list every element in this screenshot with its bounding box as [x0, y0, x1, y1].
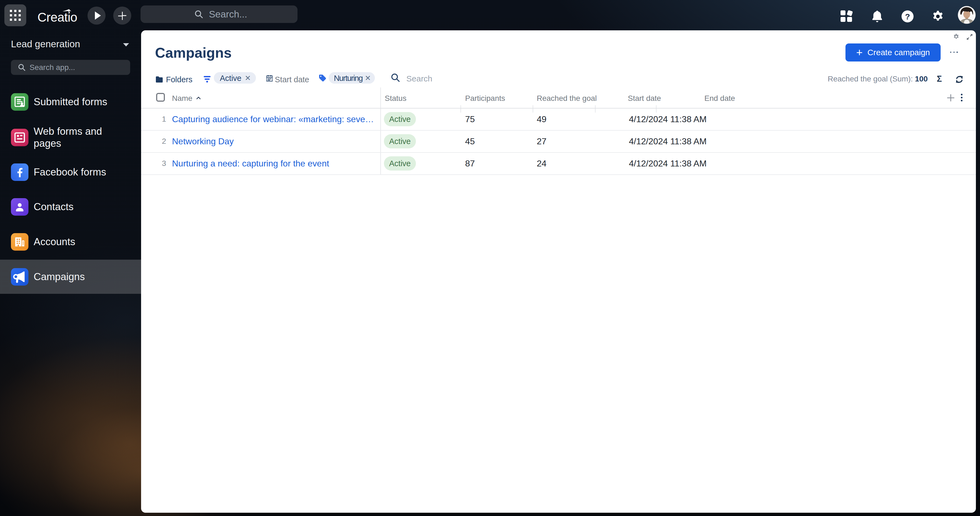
svg-text:?: ? — [905, 12, 910, 21]
